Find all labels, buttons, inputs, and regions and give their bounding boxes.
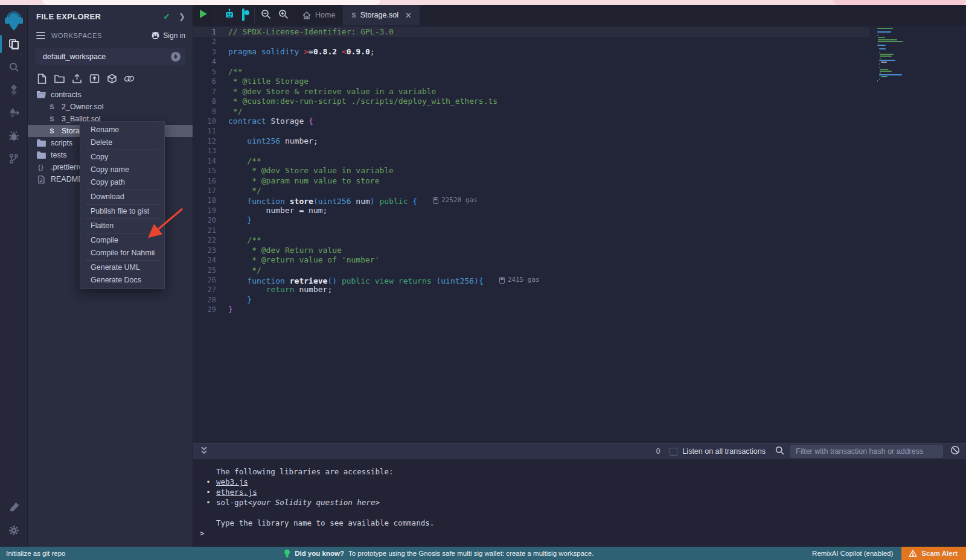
line-number: 8: [193, 97, 228, 106]
code-line-9[interactable]: 9 */: [193, 107, 869, 116]
code-line-10[interactable]: 10contract Storage {: [193, 116, 869, 126]
workspaces-menu-icon[interactable]: [36, 30, 45, 41]
close-tab-icon[interactable]: ✕: [405, 11, 412, 20]
chevron-right-icon[interactable]: ❯: [179, 12, 185, 21]
new-folder-icon[interactable]: [54, 73, 65, 84]
sidebar-item-plugin-manager[interactable]: [0, 496, 28, 519]
code-editor[interactable]: 1// SPDX-License-Identifier: GPL-3.023pr…: [193, 25, 966, 443]
remix-logo[interactable]: [4, 10, 24, 33]
cube-icon[interactable]: [106, 73, 117, 84]
sidebar-item-file-explorer[interactable]: [0, 33, 28, 56]
line-number: 1: [193, 27, 228, 37]
terminal-library-link[interactable]: ethers.js: [216, 487, 257, 497]
sidebar-item-search[interactable]: [0, 56, 28, 78]
code-line-5[interactable]: 5/**: [193, 67, 869, 77]
line-number: 10: [193, 116, 228, 126]
sidebar-item-git[interactable]: [0, 147, 28, 170]
menu-item-copy-name[interactable]: Copy name: [80, 164, 164, 176]
code-text: }: [228, 305, 869, 314]
clear-console-icon[interactable]: [950, 445, 960, 457]
code-line-19[interactable]: 19 number = num;: [193, 206, 869, 215]
code-line-23[interactable]: 23 * @dev Return value: [193, 246, 869, 255]
code-line-7[interactable]: 7 * @dev Store & retrieve value in a var…: [193, 87, 869, 97]
folder-icon: [36, 138, 46, 148]
git-init-button[interactable]: Initialize as git repo: [0, 550, 65, 557]
code-line-21[interactable]: 21: [193, 226, 869, 235]
listen-all-transactions-checkbox[interactable]: [670, 448, 677, 456]
menu-item-compile-for-nahmii[interactable]: Compile for Nahmii: [80, 247, 164, 259]
code-line-8[interactable]: 8 * @custom:dev-run-script ./scripts/dep…: [193, 97, 869, 106]
code-line-2[interactable]: 2: [193, 37, 869, 46]
code-line-28[interactable]: 28 }: [193, 295, 869, 305]
sidebar-item-solidity-compiler[interactable]: [0, 78, 28, 101]
line-number: 12: [193, 136, 228, 146]
code-line-4[interactable]: 4: [193, 57, 869, 66]
code-text: * @title Storage: [228, 77, 869, 86]
code-line-25[interactable]: 25 */: [193, 266, 869, 275]
code-line-20[interactable]: 20 }: [193, 215, 869, 225]
terminal-prompt[interactable]: >: [200, 528, 205, 538]
code-line-26[interactable]: 26 function retrieve() public view retur…: [193, 275, 869, 285]
code-line-27[interactable]: 27 return number;: [193, 285, 869, 294]
menu-item-delete[interactable]: Delete: [80, 136, 164, 149]
menu-item-rename[interactable]: Rename: [80, 124, 164, 136]
menu-item-generate-uml[interactable]: Generate UML: [80, 261, 164, 274]
code-line-24[interactable]: 24 * @return value of 'number': [193, 255, 869, 265]
menu-item-copy[interactable]: Copy: [80, 151, 164, 164]
copilot-toggle[interactable]: [242, 10, 245, 21]
code-line-16[interactable]: 16 * @param num value to store: [193, 176, 869, 186]
terminal-intro-line: The following libraries are accessible:: [200, 466, 966, 477]
line-number: 2: [193, 37, 228, 46]
code-line-12[interactable]: 12 uint256 number;: [193, 136, 869, 146]
copilot-status[interactable]: RemixAI Copilot (enabled): [812, 550, 893, 557]
tip-text: To prototype using the Gnosis safe multi…: [348, 550, 594, 557]
tab-storage-sol[interactable]: S Storage.sol ✕: [344, 5, 419, 25]
link-icon[interactable]: [124, 73, 135, 84]
code-text: // SPDX-License-Identifier: GPL-3.0: [228, 27, 869, 37]
zoom-in-icon[interactable]: [278, 9, 289, 22]
scam-alert-button[interactable]: Scam Alert: [901, 547, 966, 560]
new-file-icon[interactable]: [36, 73, 47, 84]
github-sign-in-button[interactable]: Sign in: [151, 31, 185, 40]
code-line-22[interactable]: 22 /**: [193, 235, 869, 245]
settings-gear-icon[interactable]: [0, 519, 28, 542]
code-text: }: [228, 215, 869, 225]
terminal-search-icon[interactable]: [775, 446, 784, 457]
line-number: 19: [193, 206, 228, 215]
code-line-18[interactable]: 18 function store(uint256 num) public {2…: [193, 196, 869, 205]
upload-folder-icon[interactable]: [89, 73, 100, 84]
sidebar-item-debugger[interactable]: [0, 124, 28, 147]
annotation-arrow: [144, 204, 190, 244]
menu-item-generate-docs[interactable]: Generate Docs: [80, 274, 164, 287]
transaction-count-badge: 0: [656, 447, 661, 456]
menu-item-download[interactable]: Download: [80, 191, 164, 203]
menu-item-copy-path[interactable]: Copy path: [80, 176, 164, 189]
transaction-filter-input[interactable]: [790, 445, 943, 458]
code-line-6[interactable]: 6 * @title Storage: [193, 77, 869, 86]
code-line-17[interactable]: 17 */: [193, 186, 869, 196]
code-line-15[interactable]: 15 * @dev Store value in variable: [193, 166, 869, 176]
terminal-output[interactable]: The following libraries are accessible: …: [193, 459, 966, 547]
upload-file-icon[interactable]: [71, 73, 82, 84]
code-line-14[interactable]: 14 /**: [193, 156, 869, 166]
tree-item-2-owner-sol[interactable]: S2_Owner.sol: [28, 101, 193, 113]
editor-minimap[interactable]: [877, 28, 910, 82]
terminal-expand-icon[interactable]: [200, 446, 208, 457]
sidebar-item-deploy-run[interactable]: [0, 101, 28, 124]
code-text: [228, 146, 869, 156]
terminal-library-link[interactable]: web3.js: [216, 477, 248, 487]
code-line-11[interactable]: 11: [193, 126, 869, 136]
tree-item-contracts[interactable]: contracts: [28, 89, 193, 101]
ai-copilot-robot-icon[interactable]: [224, 8, 235, 22]
run-script-button[interactable]: [199, 9, 208, 21]
zoom-out-icon[interactable]: [261, 9, 271, 22]
code-line-29[interactable]: 29}: [193, 305, 869, 314]
code-line-13[interactable]: 13: [193, 146, 869, 156]
braces-icon: {}: [36, 162, 46, 172]
code-line-3[interactable]: 3pragma solidity >=0.8.2 <0.9.0;: [193, 47, 869, 57]
code-text: number = num;: [228, 206, 869, 215]
folder-icon: [36, 150, 46, 160]
tab-home[interactable]: Home: [295, 5, 343, 25]
code-line-1[interactable]: 1// SPDX-License-Identifier: GPL-3.0: [193, 27, 869, 37]
workspace-select[interactable]: default_workspace ▲▼: [35, 48, 185, 65]
